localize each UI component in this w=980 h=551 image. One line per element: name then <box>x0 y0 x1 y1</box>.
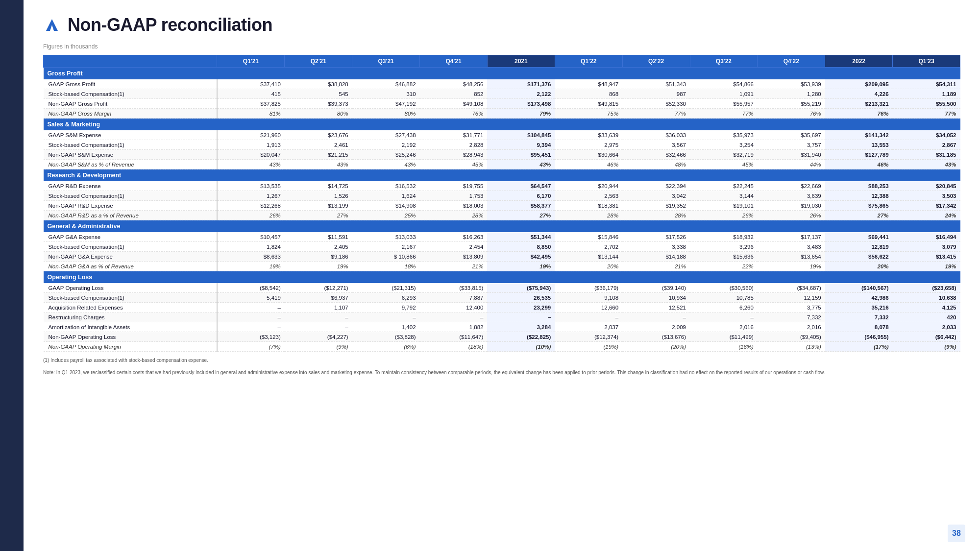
row-value: $19,101 <box>690 201 758 211</box>
row-value: 44% <box>758 160 825 169</box>
row-value: $17,342 <box>893 201 960 211</box>
row-value: $55,500 <box>893 99 960 109</box>
table-row: Non-GAAP G&A Expense$8,633$9,186$ 10,866… <box>44 252 960 262</box>
row-value: 35,216 <box>825 303 893 312</box>
row-value: 2,016 <box>758 322 825 332</box>
row-value: (13%) <box>758 342 825 352</box>
row-value: $13,144 <box>555 252 622 262</box>
row-value: ($34,687) <box>758 283 825 293</box>
row-value: $11,591 <box>285 232 352 242</box>
row-value: 2,702 <box>555 242 622 252</box>
row-value: ($4,227) <box>285 332 352 342</box>
row-value: $46,882 <box>352 79 420 89</box>
row-value: 19% <box>487 262 555 271</box>
row-value: $88,253 <box>825 181 893 191</box>
row-value: $21,215 <box>285 150 352 160</box>
row-value: 21% <box>622 262 690 271</box>
row-value: 8,078 <box>825 322 893 332</box>
row-value: 2,454 <box>420 242 488 252</box>
row-value: 43% <box>217 160 285 169</box>
row-value: 2,405 <box>285 242 352 252</box>
row-value: $173,498 <box>487 99 555 109</box>
row-value: 76% <box>420 109 488 119</box>
row-value: $20,944 <box>555 181 622 191</box>
row-label: Non-GAAP S&M Expense <box>44 150 217 160</box>
row-value: 24% <box>893 211 960 220</box>
row-value: 545 <box>285 89 352 99</box>
row-value: – <box>217 303 285 312</box>
row-value: $13,033 <box>352 232 420 242</box>
row-value: 2,016 <box>690 322 758 332</box>
section-header-sales_marketing: Sales & Marketing <box>44 119 960 131</box>
col-header-2021: 2021 <box>487 55 555 68</box>
row-value: 8,850 <box>487 242 555 252</box>
row-value: 420 <box>893 312 960 322</box>
row-value: 5,419 <box>217 293 285 303</box>
row-value: 28% <box>622 211 690 220</box>
row-value: 80% <box>352 109 420 119</box>
row-value: 7,887 <box>420 293 488 303</box>
row-value: $75,865 <box>825 201 893 211</box>
row-label: GAAP Gross Profit <box>44 79 217 89</box>
row-value: – <box>352 312 420 322</box>
row-value: 987 <box>622 89 690 99</box>
row-value: ($46,955) <box>825 332 893 342</box>
row-value: $31,940 <box>758 150 825 160</box>
reconciliation-table: Q1'21 Q2'21 Q3'21 Q4'21 2021 Q1'22 Q2'22… <box>43 55 960 352</box>
table-row: Non-GAAP Gross Profit$37,825$39,373$47,1… <box>44 99 960 109</box>
row-value: $49,108 <box>420 99 488 109</box>
table-row: GAAP R&D Expense$13,535$14,725$16,532$19… <box>44 181 960 191</box>
col-header-2022: 2022 <box>825 55 893 68</box>
row-value: $13,415 <box>893 252 960 262</box>
row-value: 20% <box>555 262 622 271</box>
row-value: 26,535 <box>487 293 555 303</box>
row-value: 12,388 <box>825 191 893 201</box>
row-value: $58,377 <box>487 201 555 211</box>
row-value: 10,934 <box>622 293 690 303</box>
col-header-q1-22: Q1'22 <box>555 55 622 68</box>
row-label: Non-GAAP Gross Profit <box>44 99 217 109</box>
row-value: 3,567 <box>622 140 690 150</box>
row-value: 9,394 <box>487 140 555 150</box>
row-value: $38,828 <box>285 79 352 89</box>
row-label: GAAP Operating Loss <box>44 283 217 293</box>
row-value: $28,943 <box>420 150 488 160</box>
section-header-rd: Research & Development <box>44 169 960 182</box>
row-value: – <box>690 312 758 322</box>
row-value: ($30,560) <box>690 283 758 293</box>
row-value: 1,624 <box>352 191 420 201</box>
row-value: 1,526 <box>285 191 352 201</box>
row-value: $22,669 <box>758 181 825 191</box>
page-number: 38 <box>948 525 965 542</box>
row-value: $31,185 <box>893 150 960 160</box>
row-value: $34,052 <box>893 130 960 140</box>
row-value: 6,260 <box>690 303 758 312</box>
row-label: Non-GAAP Gross Margin <box>44 109 217 119</box>
table-row: Non-GAAP Operating Loss($3,123)($4,227)(… <box>44 332 960 342</box>
table-row: Non-GAAP S&M as % of Revenue43%43%43%45%… <box>44 160 960 169</box>
row-value: 21% <box>420 262 488 271</box>
row-label: Amortization of Intangible Assets <box>44 322 217 332</box>
row-value: 1,267 <box>217 191 285 201</box>
row-value: $54,311 <box>893 79 960 89</box>
col-header-q3-21: Q3'21 <box>352 55 420 68</box>
table-row: Stock-based Compensation(1)1,8242,4052,1… <box>44 242 960 252</box>
row-value: 23,299 <box>487 303 555 312</box>
row-value: 22% <box>690 262 758 271</box>
table-row: GAAP S&M Expense$21,960$23,676$27,438$31… <box>44 130 960 140</box>
row-value: 1,280 <box>758 89 825 99</box>
row-value: 19% <box>217 262 285 271</box>
table-row: Non-GAAP G&A as % of Revenue19%19%18%21%… <box>44 262 960 271</box>
row-value: ($3,828) <box>352 332 420 342</box>
row-value: $13,199 <box>285 201 352 211</box>
row-value: $209,095 <box>825 79 893 89</box>
row-label: Restructuring Charges <box>44 312 217 322</box>
row-value: – <box>285 322 352 332</box>
row-value: $14,725 <box>285 181 352 191</box>
row-value: 45% <box>690 160 758 169</box>
row-value: $ 10,866 <box>352 252 420 262</box>
row-value: 77% <box>622 109 690 119</box>
row-value: 9,108 <box>555 293 622 303</box>
row-value: 12,159 <box>758 293 825 303</box>
row-value: $51,344 <box>487 232 555 242</box>
